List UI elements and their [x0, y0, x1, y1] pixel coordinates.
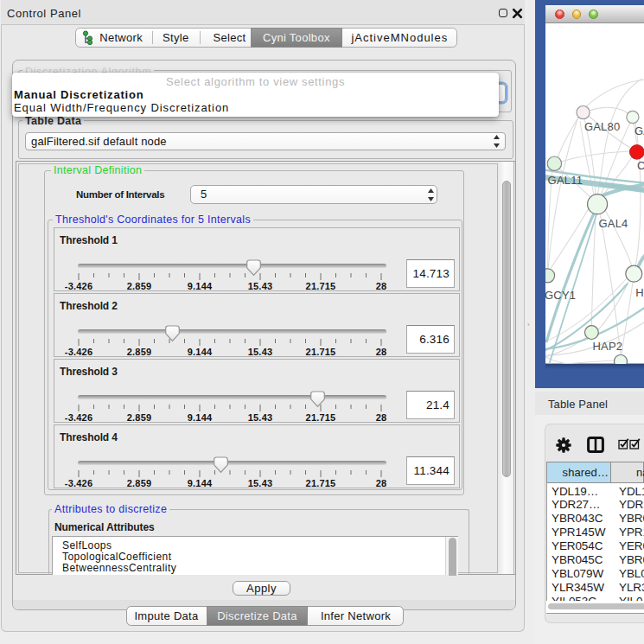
svg-text:GCY1: GCY1 — [545, 289, 576, 302]
svg-text:GAL80: GAL80 — [584, 120, 620, 133]
svg-text:GAL11: GAL11 — [548, 174, 583, 187]
svg-text:H: H — [635, 286, 644, 299]
svg-text:GA: GA — [634, 124, 644, 137]
svg-text:C: C — [637, 159, 644, 172]
svg-text:GAL4: GAL4 — [599, 217, 628, 230]
svg-text:HAP2: HAP2 — [593, 340, 623, 353]
